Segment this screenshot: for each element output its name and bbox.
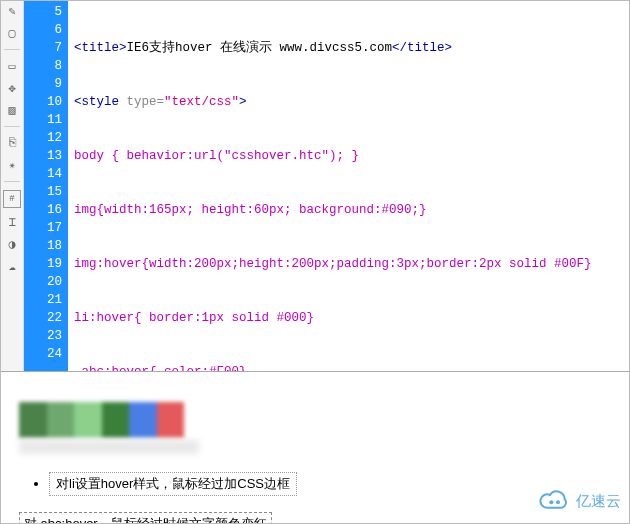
line-number: 15: [26, 183, 62, 201]
code-line: body { behavior:url("csshover.htc"); }: [74, 147, 623, 165]
line-number: 6: [26, 21, 62, 39]
line-number: 5: [26, 3, 62, 21]
line-number: 13: [26, 147, 62, 165]
new-file-icon[interactable]: ▢: [4, 25, 20, 41]
separator: [4, 49, 20, 50]
line-number: 23: [26, 327, 62, 345]
line-number: 17: [26, 219, 62, 237]
line-number: 20: [26, 273, 62, 291]
line-number: 11: [26, 111, 62, 129]
line-number: 19: [26, 255, 62, 273]
svg-point-1: [556, 500, 560, 504]
line-number: 10: [26, 93, 62, 111]
line-number: 14: [26, 165, 62, 183]
preview-logo: [19, 402, 184, 438]
preview-list: 对li设置hover样式，鼠标经过加CSS边框: [19, 472, 611, 496]
line-number: 9: [26, 75, 62, 93]
select-icon[interactable]: ▨: [4, 102, 20, 118]
watermark-text: 亿速云: [576, 492, 621, 511]
watermark: 亿速云: [538, 490, 621, 512]
color-icon[interactable]: ◑: [4, 236, 20, 252]
hash-icon[interactable]: #: [3, 190, 21, 208]
code-line: <style type="text/css">: [74, 93, 623, 111]
gear-icon[interactable]: ✴: [4, 157, 20, 173]
shadow: [19, 440, 199, 454]
list-item[interactable]: 对li设置hover样式，鼠标经过加CSS边框: [49, 472, 297, 496]
dotted-icon[interactable]: ▭: [4, 58, 20, 74]
line-number: 16: [26, 201, 62, 219]
vertical-toolbar: ✎ ▢ ▭ ✥ ▨ ⎘ ✴ # ⌶ ◑ ☁: [1, 1, 24, 371]
cloud-icon: [538, 490, 570, 512]
code-line: img:hover{width:200px;height:200px;paddi…: [74, 255, 623, 273]
line-number: 21: [26, 291, 62, 309]
separator: [4, 181, 20, 182]
separator: [4, 126, 20, 127]
line-number: 8: [26, 57, 62, 75]
line-number: 24: [26, 345, 62, 363]
line-number: 22: [26, 309, 62, 327]
preview-abc[interactable]: 对.abc:hover，鼠标经过时候文字颜色变红: [19, 512, 272, 524]
code-line: li:hover{ border:1px solid #000}: [74, 309, 623, 327]
code-line: .abc:hover{ color:#F00}: [74, 363, 623, 371]
link-icon[interactable]: ⎘: [4, 135, 20, 151]
code-line: img{width:165px; height:60px; background…: [74, 201, 623, 219]
editor-area: ✎ ▢ ▭ ✥ ▨ ⎘ ✴ # ⌶ ◑ ☁ 567891011121314151…: [1, 1, 629, 372]
cloud-icon[interactable]: ☁: [4, 258, 20, 274]
line-number: 18: [26, 237, 62, 255]
code-line: <title>IE6支持hover 在线演示 www.divcss5.com</…: [74, 39, 623, 57]
preview-pane: 对li设置hover样式，鼠标经过加CSS边框 对.abc:hover，鼠标经过…: [1, 372, 629, 520]
move-icon[interactable]: ✥: [4, 80, 20, 96]
svg-point-0: [549, 500, 553, 504]
line-number-gutter: 56789101112131415161718192021222324: [24, 1, 68, 371]
cursor-icon[interactable]: ✎: [4, 3, 20, 19]
code-editor[interactable]: <title>IE6支持hover 在线演示 www.divcss5.com</…: [68, 1, 629, 371]
ide-window: ✎ ▢ ▭ ✥ ▨ ⎘ ✴ # ⌶ ◑ ☁ 567891011121314151…: [0, 0, 630, 524]
line-number: 12: [26, 129, 62, 147]
line-number: 7: [26, 39, 62, 57]
text-icon[interactable]: ⌶: [4, 214, 20, 230]
